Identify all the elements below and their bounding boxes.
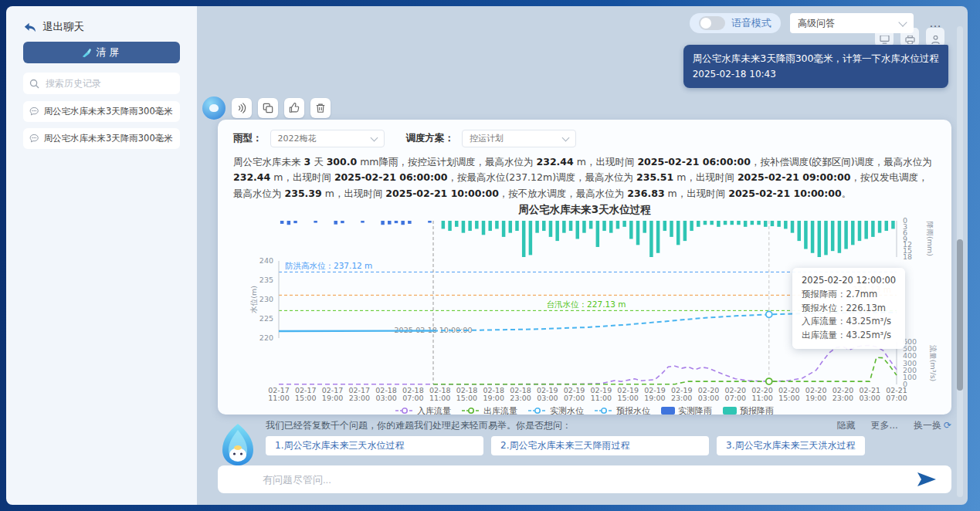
plan-select[interactable]: 控运计划 <box>462 130 576 147</box>
answer-paragraph: 周公宅水库未来 3 天 300.0 mm降雨，按控运计划调度，最高水位为 232… <box>233 154 936 201</box>
svg-text:11:00: 11:00 <box>429 394 450 402</box>
plan-value: 控运计划 <box>470 133 504 144</box>
read-aloud-button[interactable] <box>232 98 252 118</box>
svg-text:水位(m): 水位(m) <box>249 286 258 314</box>
swap-link[interactable]: 换一换⟳ <box>914 419 951 432</box>
suggestion-chip[interactable]: 1.周公宅水库未来三天水位过程 <box>266 436 483 455</box>
clear-screen-button[interactable]: 清屏 <box>23 42 180 63</box>
svg-text:15:00: 15:00 <box>778 394 799 402</box>
user-message: 周公宅水库未来3天降雨300毫米，计算一下水库水位过程 2025-02-18 1… <box>683 45 948 88</box>
header-controls: 语音模式 高级问答 … <box>690 13 949 33</box>
suggestion-chips: 1.周公宅水库未来三天水位过程 2.周公宅水库未来三天降雨过程 3.周公宅水库未… <box>266 436 951 455</box>
assistant-avatar <box>202 96 226 120</box>
svg-text:07:00: 07:00 <box>886 394 907 402</box>
hide-link[interactable]: 隐藏 <box>836 419 855 432</box>
svg-text:降雨(mm): 降雨(mm) <box>926 222 934 256</box>
svg-text:19:00: 19:00 <box>644 394 665 402</box>
brush-icon <box>81 48 92 58</box>
back-arrow-icon <box>23 22 36 33</box>
history-item-label: 周公宅水库未来3天降雨300毫米，... <box>43 106 174 117</box>
chart-canvas[interactable]: 2025-02-18 10:00:00240235230225220036912… <box>244 217 947 405</box>
svg-text:03:00: 03:00 <box>375 394 396 402</box>
svg-text:流量(m³/s): 流量(m³/s) <box>929 344 938 381</box>
chevron-down-icon <box>562 134 570 141</box>
search-history-input[interactable] <box>44 77 174 90</box>
svg-text:15:00: 15:00 <box>617 394 638 402</box>
search-icon <box>29 79 39 89</box>
chart-controls: 雨型： 2022梅花 调度方案： 控运计划 <box>233 129 936 148</box>
suggestion-header-row: 我们已经答复数千个问题，你的难题我们处理起来轻而易举。你是否想问： 隐藏 更多.… <box>266 419 951 432</box>
suggestion-intro: 我们已经答复数千个问题，你的难题我们处理起来轻而易举。你是否想问： <box>266 419 821 432</box>
mascot-avatar <box>218 422 258 467</box>
sidebar: 退出聊天 清屏 周公宅水库未来3天降雨300毫米，... <box>6 6 197 505</box>
copy-icon[interactable] <box>258 98 278 118</box>
svg-text:19:00: 19:00 <box>805 394 826 402</box>
svg-text:台汛水位：227.13 m: 台汛水位：227.13 m <box>547 299 626 309</box>
svg-text:03:00: 03:00 <box>698 394 719 402</box>
svg-text:03:00: 03:00 <box>860 394 880 402</box>
svg-text:11:00: 11:00 <box>751 394 772 402</box>
svg-text:18: 18 <box>903 252 912 261</box>
composer <box>218 465 951 493</box>
history-item-label: 周公宅水库未来3天降雨300毫米，... <box>43 133 174 144</box>
svg-text:225: 225 <box>259 314 273 323</box>
chat-main: 语音模式 高级问答 … 周公宅水库未来3天降雨300毫米，计算一下水库水位过程 … <box>197 6 968 505</box>
send-icon <box>917 472 936 486</box>
qa-mode-value: 高级问答 <box>798 17 835 30</box>
rain-type-value: 2022梅花 <box>278 133 317 144</box>
svg-text:240: 240 <box>259 256 273 265</box>
toggle-switch[interactable] <box>699 16 725 30</box>
send-button[interactable] <box>913 472 941 487</box>
plan-label: 调度方案： <box>406 132 455 145</box>
suggestions: 我们已经答复数千个问题，你的难题我们处理起来轻而易举。你是否想问： 隐藏 更多.… <box>218 419 951 455</box>
clear-screen-label: 清屏 <box>97 46 123 59</box>
voice-mode-toggle[interactable]: 语音模式 <box>690 13 781 33</box>
svg-text:11:00: 11:00 <box>591 394 612 402</box>
svg-text:23:00: 23:00 <box>671 394 692 402</box>
svg-text:07:00: 07:00 <box>725 394 746 402</box>
rain-type-select[interactable]: 2022梅花 <box>270 130 385 147</box>
assistant-actions-row <box>202 96 331 120</box>
more-link[interactable]: 更多... <box>870 419 897 432</box>
svg-text:235: 235 <box>259 276 273 284</box>
svg-text:15:00: 15:00 <box>295 394 316 402</box>
app-window: 退出聊天 清屏 周公宅水库未来3天降雨300毫米，... <box>0 0 980 511</box>
user-message-time: 2025-02-18 10:43 <box>693 67 939 82</box>
history-item[interactable]: 周公宅水库未来3天降雨300毫米，... <box>23 101 180 122</box>
svg-text:15:00: 15:00 <box>456 394 477 402</box>
qa-mode-select[interactable]: 高级问答 <box>790 13 914 33</box>
suggestion-chip[interactable]: 2.周公宅水库未来三天降雨过程 <box>491 436 709 455</box>
more-menu-button[interactable]: … <box>923 13 949 33</box>
question-input[interactable] <box>261 473 913 486</box>
thumbs-up-icon[interactable] <box>284 98 304 118</box>
exit-chat-label: 退出聊天 <box>42 20 84 34</box>
svg-text:23:00: 23:00 <box>832 394 853 402</box>
svg-text:03:00: 03:00 <box>537 394 558 402</box>
scrollbar-track[interactable] <box>957 26 963 497</box>
chart-title: 周公宅水库未来3天水位过程 <box>233 203 936 217</box>
voice-mode-label: 语音模式 <box>731 16 771 30</box>
chat-bubble-icon <box>29 134 39 144</box>
user-message-text: 周公宅水库未来3天降雨300毫米，计算一下水库水位过程 <box>693 51 939 66</box>
svg-text:07:00: 07:00 <box>564 394 585 402</box>
refresh-icon: ⟳ <box>944 420 951 431</box>
chat-bubble-icon <box>29 107 39 117</box>
search-history-box <box>23 73 180 94</box>
svg-text:19:00: 19:00 <box>322 394 343 402</box>
chevron-down-icon <box>370 134 378 141</box>
svg-text:19:00: 19:00 <box>483 394 504 402</box>
history-item[interactable]: 周公宅水库未来3天降雨300毫米，... <box>23 128 180 149</box>
scrollbar-thumb[interactable] <box>957 239 963 391</box>
svg-text:防洪高水位：237.12 m: 防洪高水位：237.12 m <box>285 261 372 270</box>
rain-type-label: 雨型： <box>233 132 263 145</box>
svg-text:230: 230 <box>259 295 273 303</box>
exit-chat-button[interactable]: 退出聊天 <box>23 20 84 34</box>
svg-text:231.13 m: 231.13 m <box>853 285 891 294</box>
delete-icon[interactable] <box>310 98 331 118</box>
answer-card: 雨型： 2022梅花 调度方案： 控运计划 周公宅水库未来 3 天 300.0 … <box>218 120 951 415</box>
chart-area: 2025-02-18 10:00:00240235230225220036912… <box>244 217 936 408</box>
svg-text:11:00: 11:00 <box>268 394 289 402</box>
suggestion-chip[interactable]: 3.周公宅水库未来三天洪水过程 <box>717 436 865 455</box>
svg-text:23:00: 23:00 <box>510 394 531 402</box>
svg-text:23:00: 23:00 <box>349 394 370 402</box>
